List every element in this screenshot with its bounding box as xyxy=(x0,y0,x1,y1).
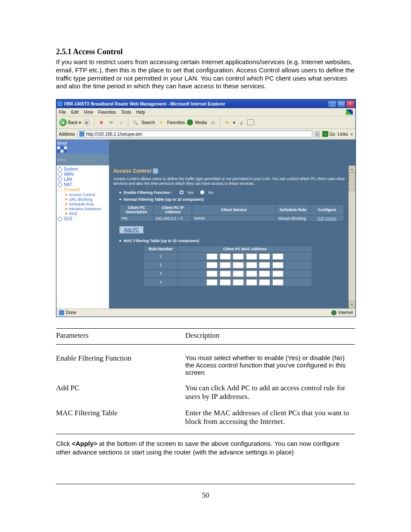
param-name: Enable Filtering Function xyxy=(56,354,185,363)
go-button[interactable]: →Go xyxy=(322,131,335,137)
menu-favorites[interactable]: Favorites xyxy=(98,110,116,115)
mac-input[interactable] xyxy=(272,253,283,260)
delete-link[interactable]: Delete xyxy=(325,216,336,221)
table-row: 3::::: xyxy=(144,269,312,278)
mac-input[interactable] xyxy=(206,279,218,286)
radio-yes[interactable] xyxy=(180,190,184,194)
help-icon[interactable] xyxy=(153,168,158,174)
mac-input[interactable] xyxy=(220,262,231,268)
search-label[interactable]: Search xyxy=(141,120,155,125)
sidebar-sub-url-blocking[interactable]: URL Blocking xyxy=(65,197,108,202)
status-done: Done xyxy=(66,310,76,315)
mac-input[interactable] xyxy=(272,262,283,268)
search-icon[interactable]: 🔍 xyxy=(131,118,139,126)
t1-header-service: Client Service xyxy=(192,204,276,215)
mac-input[interactable] xyxy=(220,253,231,260)
mac-input[interactable] xyxy=(272,271,283,277)
section-intro: If you want to restrict users from acces… xyxy=(56,58,355,90)
print-icon[interactable]: 🖨 xyxy=(237,118,245,126)
page-icon xyxy=(79,131,84,137)
media-icon[interactable] xyxy=(187,119,193,125)
param-desc: You can click Add PC to add an access co… xyxy=(185,384,355,401)
close-button[interactable]: × xyxy=(346,100,355,108)
sidebar-sub-schedule-rule[interactable]: Schedule Rule xyxy=(65,202,108,206)
t1-header-configure: Configure xyxy=(310,204,344,215)
back-button[interactable]: ◄Back▾ xyxy=(59,118,81,126)
params-header: Parameters xyxy=(56,331,185,340)
sidebar-sub-intrusion[interactable]: Intrusion Detection xyxy=(65,207,108,211)
mac-input[interactable] xyxy=(233,271,244,277)
stop-icon[interactable]: ✖ xyxy=(97,118,105,126)
scroll-thumb[interactable] xyxy=(349,173,355,191)
sidebar-item-nat[interactable]: NAT xyxy=(58,182,108,187)
internet-zone-icon xyxy=(331,310,336,315)
mac-input[interactable] xyxy=(206,271,218,277)
add-pc-button[interactable]: Add PC xyxy=(119,226,143,233)
logo-bottom: one xyxy=(57,158,66,162)
forward-button[interactable]: ► xyxy=(83,118,91,126)
mac-input[interactable] xyxy=(246,262,257,268)
mac-input[interactable] xyxy=(233,279,244,286)
sidebar-item-firewall[interactable]: Firewall xyxy=(58,187,108,192)
t2-header-rule: Rule Number xyxy=(144,246,178,252)
mac-input[interactable] xyxy=(246,279,257,286)
mac-input[interactable] xyxy=(259,262,270,268)
sidebar-item-wan[interactable]: WAN xyxy=(58,172,108,177)
menu-tools[interactable]: Tools xyxy=(121,110,131,115)
mac-input[interactable] xyxy=(259,271,270,277)
menu-file[interactable]: File xyxy=(59,110,66,115)
scroll-down-icon[interactable]: ▼ xyxy=(349,301,355,308)
mac-input[interactable] xyxy=(233,253,244,260)
home-icon[interactable]: ⌂ xyxy=(117,118,125,126)
parameters-section: Parameters Description Enable Filtering … xyxy=(56,328,355,426)
mac-input[interactable] xyxy=(233,262,244,268)
mac-input[interactable] xyxy=(246,271,257,277)
radio-no[interactable] xyxy=(200,190,204,194)
sidebar-item-system[interactable]: System xyxy=(58,167,108,171)
mail-icon[interactable]: ✉ xyxy=(223,118,231,126)
apply-note: Click <Apply> at the bottom of the scree… xyxy=(56,434,355,457)
favorites-label[interactable]: Favorites xyxy=(167,120,185,125)
maximize-button[interactable]: ▭ xyxy=(337,100,346,108)
mac-input[interactable] xyxy=(206,262,218,268)
sidebar-item-lan[interactable]: LAN xyxy=(58,177,108,182)
menu-view[interactable]: View xyxy=(84,110,93,115)
sidebar-sub-dmz[interactable]: DMZ xyxy=(65,212,108,216)
edit-icon[interactable] xyxy=(247,119,254,125)
mac-input[interactable] xyxy=(259,253,270,260)
minimize-button[interactable]: _ xyxy=(328,100,336,108)
address-input[interactable]: http://192.168.2.1/setupw.stm xyxy=(78,131,312,137)
titlebar: FBR-1405TX Broadband Router Web Manageme… xyxy=(56,100,355,108)
panel-title: Access Control xyxy=(113,168,151,174)
enable-filtering-label: Enable Filtering Function : xyxy=(124,190,173,195)
menu-edit[interactable]: Edit xyxy=(71,110,78,115)
mac-input[interactable] xyxy=(206,253,218,260)
scroll-up-icon[interactable]: ▲ xyxy=(349,165,355,173)
mac-input[interactable] xyxy=(220,271,231,277)
edit-link[interactable]: Edit xyxy=(318,216,324,221)
t1-header-schedule: Schedule Rule xyxy=(276,204,310,215)
sidebar-item-qos[interactable]: QoS xyxy=(58,216,108,221)
address-dropdown-icon[interactable]: v xyxy=(315,131,320,137)
refresh-icon[interactable]: ⟳ xyxy=(107,118,115,126)
sidebar-sub-access-control[interactable]: Access Control xyxy=(65,193,108,197)
mac-input[interactable] xyxy=(259,279,270,286)
table-row: 1::::: xyxy=(144,252,312,261)
mac-input[interactable] xyxy=(246,253,257,260)
main-panel: Access Control Access Control allows use… xyxy=(109,140,355,308)
windows-flag-icon xyxy=(346,109,353,115)
favorites-icon[interactable]: ★ xyxy=(157,118,165,126)
logo-grid-icon xyxy=(57,146,72,157)
mac-filtering-table: Rule Number Client PC MAC Address 1:::::… xyxy=(143,246,312,287)
media-label[interactable]: Media xyxy=(195,120,207,125)
scrollbar[interactable]: ▲ ▼ xyxy=(349,165,355,308)
param-desc: Enter the MAC addresses of client PCs th… xyxy=(185,409,355,426)
panel-description: Access Control allows users to define th… xyxy=(113,177,351,186)
menu-help[interactable]: Help xyxy=(136,110,145,115)
mac-input[interactable] xyxy=(272,279,283,286)
mac-input[interactable] xyxy=(220,279,231,286)
footer-rule xyxy=(56,484,355,484)
address-label: Address xyxy=(59,132,75,137)
history-icon[interactable]: ◷ xyxy=(209,118,217,126)
links-label[interactable]: Links xyxy=(338,132,348,137)
